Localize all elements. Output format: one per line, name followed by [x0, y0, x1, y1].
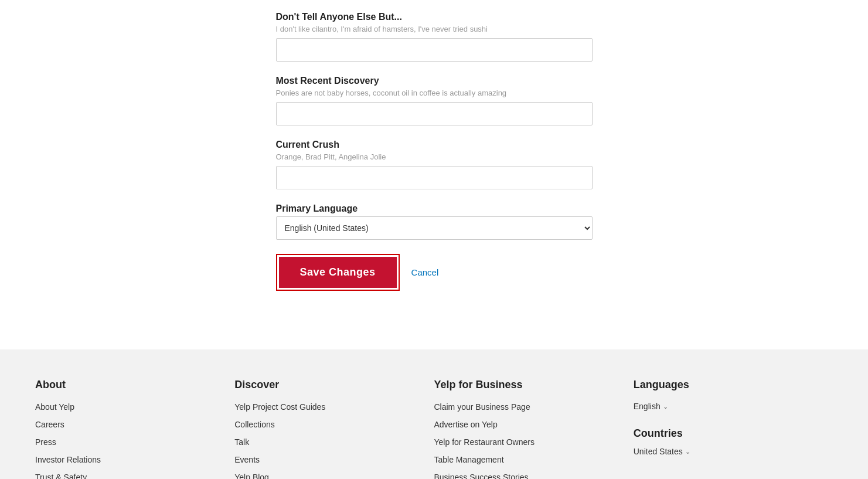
footer-link[interactable]: Advertise on Yelp	[434, 420, 498, 429]
primary-language-field-group: Primary Language English (United States)…	[276, 203, 593, 240]
language-chevron-icon: ⌄	[663, 403, 668, 410]
dont-tell-field-group: Don't Tell Anyone Else But... I don't li…	[276, 12, 593, 62]
footer-link[interactable]: Table Management	[434, 455, 504, 464]
list-item: Business Success Stories	[434, 472, 634, 479]
footer-link[interactable]: Yelp Project Cost Guides	[234, 402, 325, 412]
footer-col-about: About About YelpCareersPressInvestor Rel…	[35, 379, 234, 479]
form-buttons: Save Changes Cancel	[276, 254, 593, 291]
footer-columns: About About YelpCareersPressInvestor Rel…	[35, 379, 833, 479]
footer-about-list: About YelpCareersPressInvestor Relations…	[35, 402, 234, 479]
current-language-label: English	[634, 402, 661, 411]
list-item: About Yelp	[35, 402, 234, 412]
footer-link[interactable]: Press	[35, 437, 56, 447]
footer-discover-heading: Discover	[234, 379, 434, 391]
footer-discover-list: Yelp Project Cost GuidesCollectionsTalkE…	[234, 402, 434, 479]
list-item: Talk	[234, 437, 434, 447]
list-item: Advertise on Yelp	[434, 419, 634, 430]
dont-tell-label: Don't Tell Anyone Else But...	[276, 12, 593, 22]
list-item: Careers	[35, 419, 234, 430]
most-recent-label: Most Recent Discovery	[276, 76, 593, 86]
footer-business-list: Claim your Business PageAdvertise on Yel…	[434, 402, 634, 479]
footer-col-languages: Languages English ⌄ Countries United Sta…	[634, 379, 833, 479]
form-section: Don't Tell Anyone Else But... I don't li…	[253, 0, 616, 314]
list-item: Collections	[234, 419, 434, 430]
footer-link[interactable]: Claim your Business Page	[434, 402, 530, 412]
most-recent-field-group: Most Recent Discovery Ponies are not bab…	[276, 76, 593, 125]
footer-countries-heading: Countries	[634, 427, 833, 440]
footer-link[interactable]: Careers	[35, 420, 64, 429]
list-item: Yelp Project Cost Guides	[234, 402, 434, 412]
list-item: Trust & Safety	[35, 472, 234, 479]
save-button[interactable]: Save Changes	[279, 257, 397, 288]
footer-link[interactable]: Yelp for Restaurant Owners	[434, 437, 535, 447]
footer-link[interactable]: Events	[234, 455, 260, 464]
primary-language-select[interactable]: English (United States)SpanishFrenchGerm…	[276, 216, 593, 240]
list-item: Yelp Blog	[234, 472, 434, 479]
country-chevron-icon: ⌄	[685, 448, 690, 456]
footer-languages-heading: Languages	[634, 379, 833, 391]
current-crush-field-group: Current Crush Orange, Brad Pitt, Angelin…	[276, 140, 593, 189]
footer-link[interactable]: Investor Relations	[35, 455, 101, 464]
main-content: Don't Tell Anyone Else But... I don't li…	[0, 0, 868, 338]
dont-tell-input[interactable]	[276, 38, 593, 62]
footer-link[interactable]: Trust & Safety	[35, 473, 87, 479]
dont-tell-hint: I don't like cilantro, I'm afraid of ham…	[276, 25, 593, 33]
footer-col-business: Yelp for Business Claim your Business Pa…	[434, 379, 634, 479]
footer: About About YelpCareersPressInvestor Rel…	[0, 349, 868, 479]
footer-business-heading: Yelp for Business	[434, 379, 634, 391]
footer-link[interactable]: Collections	[234, 420, 274, 429]
list-item: Events	[234, 454, 434, 465]
footer-link[interactable]: Business Success Stories	[434, 473, 529, 479]
list-item: Table Management	[434, 454, 634, 465]
language-selector[interactable]: English ⌄	[634, 402, 833, 411]
list-item: Yelp for Restaurant Owners	[434, 437, 634, 447]
cancel-link[interactable]: Cancel	[411, 267, 439, 277]
current-crush-input[interactable]	[276, 166, 593, 189]
most-recent-hint: Ponies are not baby horses, coconut oil …	[276, 89, 593, 97]
footer-link[interactable]: Yelp Blog	[234, 473, 269, 479]
list-item: Investor Relations	[35, 454, 234, 465]
current-crush-hint: Orange, Brad Pitt, Angelina Jolie	[276, 152, 593, 161]
current-crush-label: Current Crush	[276, 140, 593, 150]
current-country-label: United States	[634, 447, 683, 456]
primary-language-label: Primary Language	[276, 203, 593, 214]
list-item: Claim your Business Page	[434, 402, 634, 412]
list-item: Press	[35, 437, 234, 447]
country-selector[interactable]: United States ⌄	[634, 447, 833, 456]
footer-col-discover: Discover Yelp Project Cost GuidesCollect…	[234, 379, 434, 479]
save-button-wrapper: Save Changes	[276, 254, 400, 291]
most-recent-input[interactable]	[276, 102, 593, 125]
footer-about-heading: About	[35, 379, 234, 391]
footer-link[interactable]: Talk	[234, 437, 249, 447]
footer-link[interactable]: About Yelp	[35, 402, 74, 412]
